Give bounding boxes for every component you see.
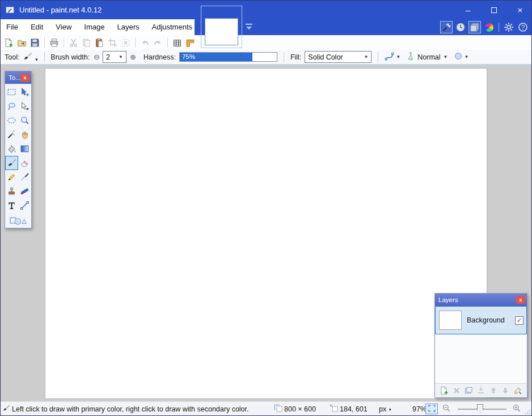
layers-icon bbox=[470, 22, 480, 32]
layers-window-title: Layers bbox=[435, 296, 516, 303]
tool-zoom[interactable] bbox=[18, 113, 31, 128]
tool-paint-bucket[interactable] bbox=[5, 142, 18, 156]
tools-grid bbox=[5, 84, 31, 228]
brush-width-combo[interactable]: 2▼ bbox=[103, 51, 126, 63]
antialiasing-icon[interactable] bbox=[385, 52, 394, 63]
layers-window-close-button[interactable]: x bbox=[516, 296, 525, 304]
save-button[interactable] bbox=[28, 36, 41, 49]
layers-window-titlebar[interactable]: Layers x bbox=[435, 294, 527, 306]
tools-icon bbox=[441, 22, 451, 32]
menu-layers[interactable]: Layers bbox=[111, 19, 145, 35]
image-thumbnail-tab[interactable] bbox=[201, 6, 242, 48]
chevron-down-icon[interactable]: ▼ bbox=[465, 54, 469, 60]
unit-dropdown-icon[interactable]: ▲ bbox=[388, 407, 392, 411]
menu-file[interactable]: File bbox=[0, 19, 24, 35]
colors-window-button[interactable] bbox=[483, 21, 495, 33]
copy-button bbox=[80, 36, 93, 49]
fill-label: Fill: bbox=[290, 53, 301, 61]
titlebar: Untitled - paint.net 4.0.12 – × FileEdit… bbox=[0, 0, 532, 35]
layer-row-background[interactable]: Background ✓ bbox=[435, 306, 527, 334]
selection-quality-icon[interactable] bbox=[454, 52, 463, 62]
help-icon: ? bbox=[518, 22, 528, 32]
zoom-out-button[interactable] bbox=[442, 402, 451, 416]
status-message: Left click to draw with primary color, r… bbox=[12, 405, 249, 413]
unit-selector[interactable]: px bbox=[379, 405, 386, 413]
tool-move-selected-pixels[interactable] bbox=[18, 85, 31, 99]
separator bbox=[44, 52, 45, 62]
canvas[interactable] bbox=[45, 69, 487, 398]
move-layer-up-button bbox=[488, 385, 499, 396]
tool-label: Tool: bbox=[5, 53, 19, 61]
paste-button[interactable] bbox=[93, 36, 106, 49]
tool-move-selection[interactable] bbox=[18, 99, 31, 113]
zoom-in-button[interactable] bbox=[512, 402, 521, 416]
tool-pencil[interactable] bbox=[5, 170, 18, 184]
layer-visibility-checkbox[interactable]: ✓ bbox=[515, 316, 523, 325]
tools-window-title: To... bbox=[5, 74, 20, 81]
layers-window-button[interactable] bbox=[468, 21, 481, 33]
tools-window-close-button[interactable]: x bbox=[20, 74, 29, 82]
tool-clone-stamp[interactable] bbox=[5, 184, 18, 198]
blend-mode-value[interactable]: Normal bbox=[417, 53, 440, 61]
tool-ellipse-select[interactable] bbox=[5, 113, 18, 128]
maximize-button[interactable] bbox=[488, 5, 500, 15]
tool-text[interactable] bbox=[5, 198, 18, 213]
menu-image[interactable]: Image bbox=[78, 19, 111, 35]
ruler-button[interactable] bbox=[184, 36, 197, 49]
zoom-to-window-button[interactable] bbox=[425, 404, 438, 414]
layer-properties-button[interactable] bbox=[512, 385, 523, 396]
history-icon bbox=[455, 22, 466, 32]
hardness-slider[interactable]: 75% bbox=[179, 52, 277, 62]
chevron-down-icon: ▼ bbox=[119, 54, 123, 60]
brush-width-increase-button[interactable]: ⊕ bbox=[130, 53, 136, 61]
toolbar-separator bbox=[167, 37, 168, 48]
tool-lasso-select[interactable] bbox=[5, 99, 18, 113]
chevron-down-icon[interactable]: ▼ bbox=[444, 54, 448, 60]
resize-grip[interactable] bbox=[525, 409, 531, 415]
tool-options-bar: Tool: ▼ Brush width: ⊖ 2▼ ⊕ Hardness: 75… bbox=[0, 50, 532, 65]
print-button[interactable] bbox=[48, 36, 61, 49]
menu-view[interactable]: View bbox=[49, 19, 78, 35]
utility-separator bbox=[499, 23, 499, 32]
grid-button[interactable] bbox=[171, 36, 184, 49]
duplicate-layer-button[interactable] bbox=[463, 385, 474, 396]
fill-style-combo[interactable]: Solid Color▼ bbox=[305, 51, 371, 63]
tool-pan[interactable] bbox=[18, 128, 31, 142]
close-button[interactable]: × bbox=[514, 5, 526, 15]
tool-color-picker[interactable] bbox=[18, 170, 31, 184]
tools-window: To... x bbox=[5, 71, 32, 228]
status-bar: Left click to draw with primary color, r… bbox=[0, 401, 532, 416]
tool-line-curve[interactable] bbox=[18, 198, 31, 213]
app-icon bbox=[6, 6, 15, 15]
history-window-button[interactable] bbox=[454, 21, 467, 33]
menu-edit[interactable]: Edit bbox=[24, 19, 49, 35]
status-tool-icon bbox=[2, 404, 10, 414]
add-layer-button[interactable] bbox=[438, 385, 450, 396]
tool-magic-wand[interactable] bbox=[5, 128, 18, 142]
brush-width-decrease-button[interactable]: ⊖ bbox=[94, 53, 100, 61]
new-file-button[interactable] bbox=[2, 36, 15, 49]
minimize-button[interactable]: – bbox=[462, 5, 474, 15]
image-list-button[interactable] bbox=[245, 23, 253, 30]
zoom-slider-thumb[interactable] bbox=[477, 404, 483, 413]
tool-shapes[interactable] bbox=[5, 213, 31, 228]
hardness-label: Hardness: bbox=[143, 53, 176, 61]
settings-window-button[interactable] bbox=[503, 21, 515, 33]
fit-window-icon bbox=[428, 405, 436, 414]
chevron-down-icon: ▼ bbox=[364, 54, 368, 60]
tool-recolor[interactable] bbox=[18, 184, 31, 198]
tool-gradient[interactable] bbox=[18, 142, 31, 156]
tools-window-button[interactable] bbox=[440, 21, 453, 33]
cursor-position-value: 184, 601 bbox=[340, 405, 368, 413]
separator bbox=[378, 52, 378, 62]
menu-adjustments[interactable]: Adjustments bbox=[145, 19, 199, 35]
chevron-down-icon[interactable]: ▼ bbox=[396, 54, 400, 60]
deselect-button bbox=[119, 36, 132, 49]
open-button[interactable] bbox=[15, 36, 28, 49]
tool-eraser[interactable] bbox=[18, 156, 31, 170]
tools-window-titlebar[interactable]: To... x bbox=[5, 71, 31, 84]
tool-rectangle-select[interactable] bbox=[5, 85, 18, 99]
current-tool-button[interactable]: ▼ bbox=[23, 52, 39, 63]
help-window-button[interactable]: ? bbox=[517, 21, 529, 33]
tool-paintbrush[interactable] bbox=[5, 156, 18, 170]
